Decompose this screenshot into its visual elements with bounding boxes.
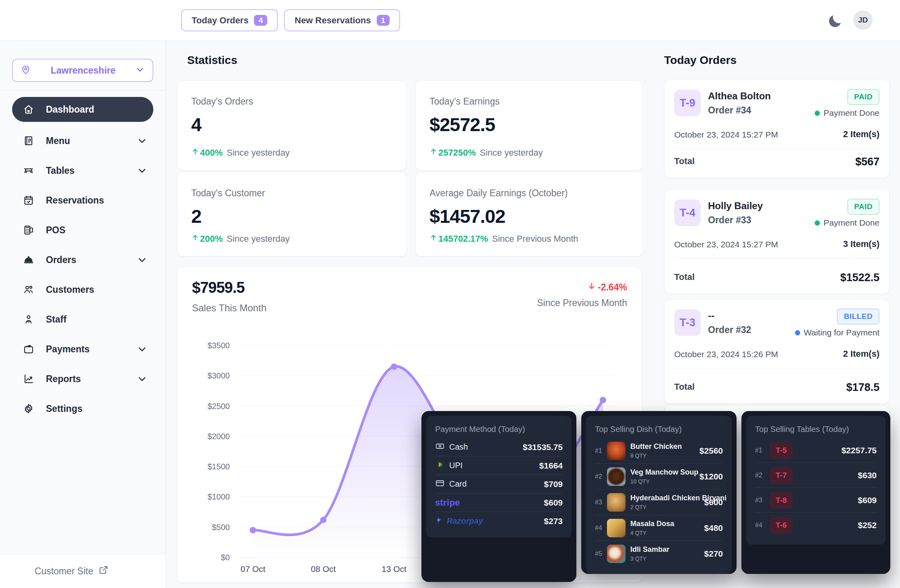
dish-name: Masala Dosa — [630, 520, 704, 528]
sidebar-divider — [0, 90, 165, 90]
dish-amount: $1200 — [700, 472, 723, 481]
sidebar-item-menu[interactable]: Menu — [12, 126, 153, 156]
sidebar-item-dashboard[interactable]: Dashboard — [12, 97, 153, 122]
sidebar-item-reservations[interactable]: Reservations — [12, 185, 153, 215]
top-selling-tables-panel: Top Selling Tables (Today) #1 T-5 $2257.… — [741, 411, 890, 574]
table-rank: #2 — [755, 472, 770, 479]
customer-name: -- — [708, 310, 714, 321]
sidebar-item-label: Tables — [46, 165, 136, 176]
wallet-icon — [23, 343, 35, 355]
payment-status-dot — [815, 220, 820, 226]
stat-card-todays-customer: Today's Customer 2 200% Since yesterday — [177, 172, 407, 257]
stat-value: $1457.02 — [429, 205, 629, 227]
sidebar-item-label: Staff — [46, 314, 148, 325]
stat-delta-note: Since yesterday — [227, 148, 290, 158]
panel-title: Top Selling Dish (Today) — [595, 425, 723, 434]
stat-delta: 257250% Since yesterday — [429, 148, 543, 158]
sidebar-item-label: Menu — [46, 136, 136, 146]
razorpay-bolt-icon — [435, 516, 442, 526]
dish-name: Idli Sambar — [630, 545, 704, 554]
home-icon — [23, 103, 35, 115]
payment-amount: $709 — [544, 479, 563, 489]
payment-row-razorpay: Razorpay $273 — [435, 512, 563, 530]
up-arrow-icon — [191, 148, 199, 158]
header-tabs: Today Orders 4 New Reservations 1 — [181, 9, 400, 31]
table-rank: #4 — [755, 522, 770, 529]
sidebar-item-orders[interactable]: Orders — [12, 245, 153, 275]
table-amount: $252 — [858, 520, 877, 530]
location-label: Lawrenceshire — [31, 65, 135, 76]
order-items-count: 2 Item(s) — [843, 349, 879, 359]
chevron-down-icon — [136, 135, 148, 146]
sidebar-item-reports[interactable]: Reports — [12, 364, 153, 394]
table-badge: T-5 — [770, 442, 793, 459]
sidebar-item-payments[interactable]: Payments — [12, 334, 153, 364]
table-badge: T-6 — [770, 517, 793, 534]
users-icon — [23, 284, 35, 296]
dish-rank: #1 — [595, 447, 607, 454]
total-amount: $178.5 — [846, 381, 879, 394]
order-card[interactable]: T-4 Holly Bailey Order #33 PAID Payment … — [664, 189, 890, 294]
table-badge: T-9 — [674, 90, 701, 116]
razorpay-logo: Razorpay — [447, 516, 483, 526]
today-orders-button[interactable]: Today Orders 4 — [181, 9, 278, 31]
sidebar-item-label: Reports — [46, 374, 136, 384]
dish-qty: 4 QTY — [630, 530, 704, 536]
stat-delta-note: Since Previous Month — [492, 234, 578, 244]
svg-text:$500: $500 — [212, 523, 230, 532]
payment-status-label: Payment Done — [824, 218, 879, 228]
table-row: #2 T-7 $630 — [755, 463, 877, 488]
dish-row: #5 Idli Sambar3 QTY $270 — [595, 541, 723, 566]
upi-logo-icon — [435, 460, 445, 471]
svg-text:$3000: $3000 — [207, 371, 230, 380]
panel-title: Top Selling Tables (Today) — [755, 425, 877, 434]
payment-row-card: Card $709 — [435, 475, 563, 493]
dish-name: Veg Manchow Soup — [630, 468, 700, 477]
chevron-down-icon — [135, 64, 145, 76]
payment-method-panel-inner: Payment Method (Today) Cash $31535.75 UP… — [426, 416, 572, 537]
main-content: Statistics Today's Orders 4 400% Since y… — [166, 40, 900, 588]
sidebar-item-tables[interactable]: Tables — [12, 156, 153, 185]
payment-status-label: Waiting for Payment — [804, 328, 879, 337]
sidebar-item-pos[interactable]: POS — [12, 215, 153, 245]
dish-row: #4 Masala Dosa4 QTY $480 — [595, 515, 723, 541]
stat-delta-pct: 200% — [200, 234, 223, 244]
order-datetime: October 23, 2024 15:26 PM — [674, 350, 778, 359]
dish-name: Butter Chicken — [630, 442, 700, 451]
table-row: #4 T-6 $252 — [755, 513, 877, 537]
sales-change-note: Since Previous Month — [537, 298, 627, 308]
location-pin-icon — [20, 64, 31, 77]
down-arrow-icon — [587, 282, 596, 293]
svg-text:$3500: $3500 — [207, 341, 230, 350]
payment-status: Payment Done — [815, 108, 879, 118]
stat-delta: 145702.17% Since Previous Month — [429, 234, 578, 244]
location-selector[interactable]: Lawrenceshire — [12, 59, 153, 82]
dish-qty: 2 QTY — [630, 504, 704, 510]
menu-book-icon — [23, 135, 35, 147]
table-badge: T-3 — [674, 309, 701, 336]
payment-status-label: Payment Done — [824, 108, 879, 118]
order-card[interactable]: T-3 -- Order #32 BILLED Waiting for Paym… — [664, 299, 890, 404]
topbar: Today Orders 4 New Reservations 1 JD — [0, 0, 900, 41]
sales-subtitle: Sales This Month — [192, 302, 266, 314]
sidebar-item-customers[interactable]: Customers — [12, 275, 153, 304]
payment-method-label: Cash — [449, 442, 468, 452]
payment-row-upi: UPI $1664 — [435, 456, 563, 475]
chevron-down-icon — [136, 165, 148, 176]
dish-qty: 10 QTY — [630, 478, 700, 485]
stat-card-average-daily-earnings: Average Daily Earnings (October) $1457.0… — [415, 172, 643, 257]
dark-mode-toggle[interactable] — [826, 12, 844, 31]
payment-status: Payment Done — [815, 218, 879, 228]
order-card[interactable]: T-9 Althea Bolton Order #34 PAID Payment… — [664, 80, 890, 178]
customer-site-link[interactable]: Customer Site — [0, 554, 165, 588]
sidebar-item-settings[interactable]: Settings — [12, 394, 153, 424]
sidebar-item-staff[interactable]: Staff — [12, 304, 153, 334]
dish-amount: $2560 — [700, 446, 723, 456]
order-datetime: October 23, 2024 15:27 PM — [674, 240, 778, 249]
table-badge: T-7 — [770, 467, 793, 484]
calendar-check-icon — [23, 194, 35, 206]
stat-delta: 200% Since yesterday — [191, 234, 290, 244]
panel-title: Payment Method (Today) — [435, 425, 563, 434]
avatar[interactable]: JD — [853, 10, 873, 30]
new-reservations-button[interactable]: New Reservations 1 — [284, 9, 400, 31]
